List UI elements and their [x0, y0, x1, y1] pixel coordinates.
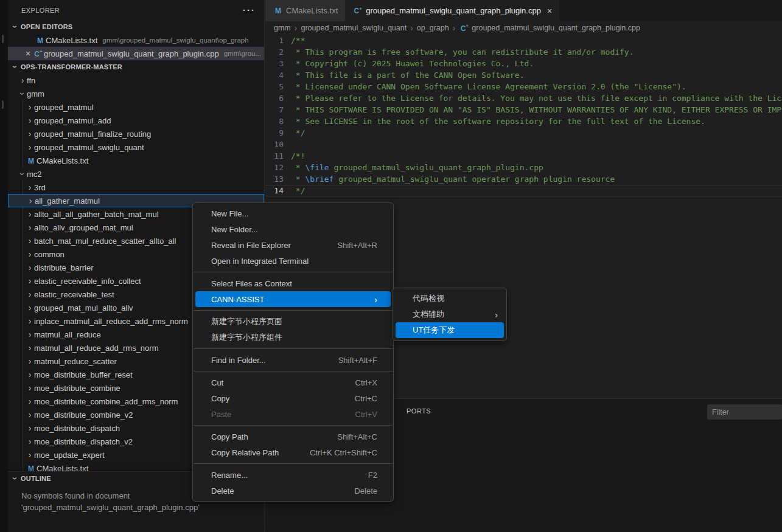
code-line-10[interactable]: 10: [265, 139, 782, 150]
breadcrumb-item-file[interactable]: grouped_matmul_swiglu_quant_graph_plugin…: [472, 24, 640, 32]
menu-item-shortcut: F2: [368, 471, 377, 480]
code-line-2[interactable]: 2 * This program is free software, you c…: [265, 46, 782, 58]
menu-item-label: Copy Path: [211, 432, 248, 441]
menu-item-cann-assist[interactable]: CANN-ASSIST›: [195, 291, 391, 307]
code-line-8[interactable]: 8 * See LICENSE in the root of the softw…: [265, 116, 782, 127]
ports-filter-input[interactable]: [707, 404, 782, 420]
menu-item-reveal-in-file-explorer[interactable]: Reveal in File ExplorerShift+Alt+R: [193, 237, 393, 253]
menu-item-代码检视[interactable]: 代码检视: [393, 291, 506, 306]
chevron-right-icon: [26, 290, 34, 299]
code-line-11[interactable]: 11/*!: [265, 150, 782, 162]
open-editor-cmakelists[interactable]: CMakeLists.txt gmm\grouped_matmul_swiglu…: [8, 33, 264, 47]
outline-label: OUTLINE: [21, 475, 51, 482]
tab-label: grouped_matmul_swiglu_quant_graph_plugin…: [366, 6, 541, 15]
menu-item-copy[interactable]: CopyCtrl+C: [193, 390, 393, 406]
chevron-down-icon: [18, 170, 27, 178]
tree-item-grouped_matmul_swiglu_quant[interactable]: grouped_matmul_swiglu_quant: [8, 140, 264, 154]
workspace-section-header[interactable]: OPS-TRANSFORMER-MASTER: [8, 60, 264, 74]
breadcrumb-separator: ›: [295, 23, 298, 33]
menu-item-new-folder-[interactable]: New Folder...: [193, 221, 393, 237]
code-line-7[interactable]: 7 * THIS SOFTWARE IS PROVIDED ON AN "AS …: [265, 104, 782, 116]
menu-item-shortcut: Ctrl+V: [355, 410, 377, 419]
tree-item-3rd[interactable]: 3rd: [8, 181, 264, 194]
menu-item-shortcut: Ctrl+X: [355, 378, 377, 387]
menu-item-rename-[interactable]: Rename...F2: [193, 467, 393, 483]
tab-graph-plugin[interactable]: grouped_matmul_swiglu_quant_graph_plugin…: [345, 0, 559, 21]
cmake-file-icon: [273, 6, 284, 15]
token-comment: /*!: [291, 151, 305, 161]
menu-item-copy-relative-path[interactable]: Copy Relative PathCtrl+K Ctrl+Shift+C: [193, 444, 393, 460]
line-content: * Licensed under CANN Open Software Lice…: [284, 81, 686, 92]
menu-item-cut[interactable]: CutCtrl+X: [193, 375, 393, 390]
token-comment: *: [291, 163, 305, 172]
menu-item-find-in-folder-[interactable]: Find in Folder...Shift+Alt+F: [193, 352, 393, 368]
menu-item-label: CANN-ASSIST: [211, 295, 264, 304]
window-left-edge: [0, 0, 8, 532]
open-editors-section-header[interactable]: OPEN EDITORS: [8, 20, 264, 33]
menu-item-delete[interactable]: DeleteDelete: [193, 483, 393, 499]
code-line-6[interactable]: 6 * Please refer to the License for deta…: [265, 92, 782, 104]
line-content: * \brief grouped_matmul_swiglu_quant ope…: [284, 173, 615, 185]
tree-item-mc2[interactable]: mc2: [8, 167, 264, 181]
menu-item-open-in-integrated-terminal[interactable]: Open in Integrated Terminal: [193, 253, 393, 269]
open-editor-graph-plugin[interactable]: grouped_matmul_swiglu_quant_graph_plugin…: [8, 47, 264, 60]
code-line-1[interactable]: 1/**: [265, 35, 782, 46]
breadcrumb-item[interactable]: op_graph: [417, 24, 449, 32]
line-number: 13: [265, 173, 284, 185]
menu-item-label: Cut: [211, 378, 223, 387]
menu-item-文档辅助[interactable]: 文档辅助›: [393, 306, 506, 322]
code-line-4[interactable]: 4 * This file is a part of the CANN Open…: [265, 69, 782, 81]
tree-item-label: moe_distribute_dispatch_v2: [34, 437, 133, 446]
tree-item-label: all_gather_matmul: [35, 196, 100, 206]
code-line-14[interactable]: 14 */: [265, 185, 782, 196]
chevron-right-icon: [26, 410, 34, 419]
chevron-down-icon: [11, 22, 19, 31]
close-icon[interactable]: [23, 49, 33, 58]
menu-item-new-file-[interactable]: New File...: [193, 206, 393, 221]
menu-item-ut任务下发[interactable]: UT任务下发: [396, 322, 504, 338]
tree-item-label: inplace_matmul_all_reduce_add_rms_norm: [34, 317, 188, 326]
line-content: * Please refer to the License for detail…: [284, 92, 782, 104]
tree-item-ffn[interactable]: ffn: [8, 74, 264, 87]
line-number: 6: [265, 92, 284, 104]
chevron-right-icon: [26, 250, 34, 258]
tree-item-label: elastic_receivable_info_collect: [34, 277, 141, 286]
tree-item-grouped_matmul_finalize_routing[interactable]: grouped_matmul_finalize_routing: [8, 127, 264, 140]
line-content: * See LICENSE in the root of the softwar…: [284, 116, 705, 127]
line-number: 7: [265, 104, 284, 116]
code-line-5[interactable]: 5 * Licensed under CANN Open Software Li…: [265, 81, 782, 92]
panel-tab-ports[interactable]: PORTS: [407, 407, 431, 415]
chevron-right-icon: [26, 143, 34, 151]
menu-item-新建字节小程序组件[interactable]: 新建字节小程序组件: [193, 330, 393, 345]
menu-item-select-files-as-context[interactable]: Select Files as Context: [193, 275, 393, 291]
menu-separator: [194, 348, 393, 349]
cpp-file-icon: [459, 23, 470, 32]
tree-item-grouped_matmul_add[interactable]: grouped_matmul_add: [8, 114, 264, 127]
explorer-title: EXPLORER: [21, 7, 60, 14]
tab-cmakelists[interactable]: CMakeLists.txt: [265, 0, 345, 21]
breadcrumb-item[interactable]: grouped_matmul_swiglu_quant: [301, 24, 407, 32]
tree-item-gmm[interactable]: gmm: [8, 87, 264, 100]
code-line-13[interactable]: 13 * \brief grouped_matmul_swiglu_quant …: [265, 173, 782, 185]
line-number: 8: [265, 116, 284, 127]
more-actions-icon[interactable]: [243, 7, 256, 13]
menu-item-label: UT任务下发: [413, 325, 455, 336]
menu-item-新建字节小程序页面[interactable]: 新建字节小程序页面: [193, 314, 393, 330]
code-editor[interactable]: 1/**2 * This program is free software, y…: [265, 35, 782, 196]
open-editor-name: grouped_matmul_swiglu_quant_graph_plugin…: [44, 49, 219, 58]
token-keyword: \file: [305, 163, 329, 172]
chevron-right-icon: [26, 130, 34, 138]
menu-item-label: 新建字节小程序页面: [211, 316, 282, 327]
chevron-right-icon: [26, 317, 34, 325]
breadcrumb-item[interactable]: gmm: [274, 24, 291, 32]
close-icon[interactable]: [547, 6, 552, 16]
code-line-3[interactable]: 3 * Copyright (c) 2025 Huawei Technologi…: [265, 58, 782, 69]
menu-item-copy-path[interactable]: Copy PathShift+Alt+C: [193, 429, 393, 444]
code-line-12[interactable]: 12 * \file grouped_matmul_swiglu_quant_g…: [265, 162, 782, 173]
tree-item-CMakeLists.txt[interactable]: CMakeLists.txt: [8, 154, 264, 167]
token-comment: * This file is a part of the CANN Open S…: [291, 71, 525, 80]
token-comment: grouped_matmul_swiglu_quant_graph_plugin…: [329, 163, 543, 172]
code-line-9[interactable]: 9 */: [265, 127, 782, 139]
chevron-right-icon: [26, 370, 34, 379]
tree-item-grouped_matmul[interactable]: grouped_matmul: [8, 100, 264, 114]
